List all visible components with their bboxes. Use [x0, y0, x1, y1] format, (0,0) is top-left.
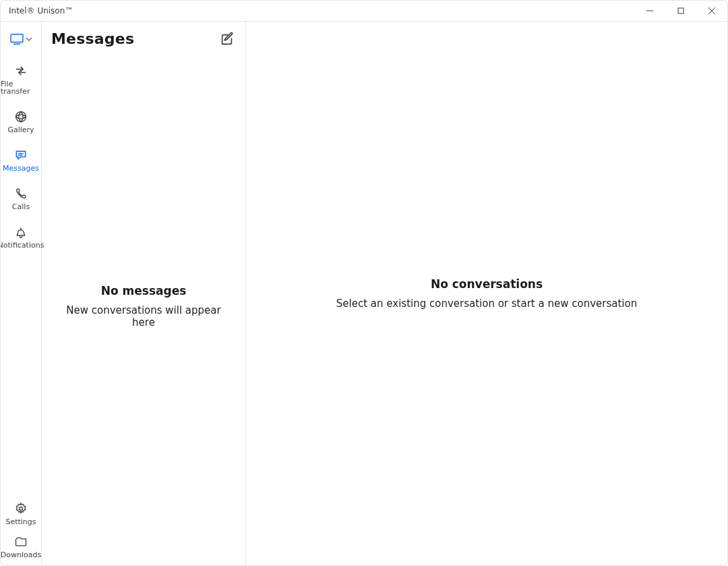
window-controls: [634, 1, 727, 21]
sidebar-item-calls[interactable]: Calls: [1, 187, 41, 210]
conversation-empty-title: No conversations: [431, 277, 543, 291]
sidebar-item-label: Downloads: [1, 551, 41, 559]
calls-icon: [14, 187, 28, 200]
svg-rect-4: [11, 34, 23, 43]
messages-title: Messages: [51, 30, 134, 47]
sidebar-item-downloads[interactable]: Downloads: [1, 535, 41, 559]
sidebar-nav: File transfer Gallery: [1, 64, 41, 249]
sidebar-item-label: Notifications: [0, 242, 44, 249]
sidebar-item-notifications[interactable]: Notifications: [1, 225, 41, 249]
messages-empty-subtitle: New conversations will appear here: [55, 304, 232, 329]
conversation-empty-state: No conversations Select an existing conv…: [246, 21, 727, 565]
minimize-button[interactable]: [634, 1, 665, 21]
notifications-icon: [14, 225, 28, 239]
sidebar-item-messages[interactable]: Messages: [1, 148, 41, 172]
sidebar-item-file-transfer[interactable]: File transfer: [1, 64, 41, 95]
sidebar-item-gallery[interactable]: Gallery: [1, 110, 41, 134]
messages-icon: [14, 148, 28, 162]
sidebar: File transfer Gallery: [1, 21, 42, 565]
messages-empty-state: No messages New conversations will appea…: [42, 47, 245, 565]
maximize-icon: [677, 7, 684, 14]
close-icon: [708, 7, 715, 14]
minimize-icon: [646, 7, 653, 14]
sidebar-item-label: Settings: [5, 518, 36, 526]
sidebar-item-label: Calls: [12, 203, 30, 210]
svg-rect-1: [678, 8, 684, 13]
conversation-empty-subtitle: Select an existing conversation or start…: [336, 298, 637, 310]
monitor-icon: [9, 33, 24, 45]
app-window: Intel® Unison™: [0, 0, 728, 566]
gallery-icon: [14, 110, 28, 123]
svg-point-6: [16, 112, 26, 122]
sidebar-nav-bottom: Settings Downloads: [1, 502, 41, 559]
sidebar-item-label: Gallery: [7, 126, 34, 134]
compose-button[interactable]: [220, 32, 235, 47]
file-transfer-icon: [14, 64, 28, 78]
sidebar-item-label: Messages: [3, 165, 39, 172]
messages-list-header: Messages: [42, 21, 245, 47]
device-selector[interactable]: [9, 33, 32, 45]
close-button[interactable]: [696, 1, 727, 21]
messages-empty-title: No messages: [101, 284, 187, 298]
titlebar: Intel® Unison™: [1, 1, 727, 22]
downloads-icon: [14, 535, 28, 548]
maximize-button[interactable]: [665, 1, 696, 21]
sidebar-item-settings[interactable]: Settings: [1, 502, 41, 526]
svg-point-10: [20, 507, 23, 511]
messages-list-panel: Messages No messages New conversations w…: [42, 21, 246, 565]
app-body: File transfer Gallery: [1, 21, 727, 565]
chevron-down-icon: [26, 36, 32, 43]
conversation-panel: No conversations Select an existing conv…: [246, 21, 727, 565]
sidebar-item-label: File transfer: [1, 80, 41, 95]
window-title: Intel® Unison™: [1, 1, 73, 21]
settings-icon: [14, 502, 28, 515]
compose-icon: [220, 32, 235, 47]
